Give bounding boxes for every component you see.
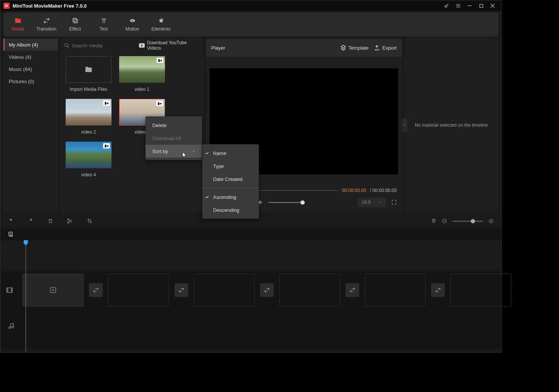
media-item[interactable]: ▮◂ video 2: [66, 99, 111, 135]
properties-panel: No material selected on the timeline: [404, 39, 498, 212]
ctx-sort-name[interactable]: Name: [202, 147, 259, 160]
timeline-drop-slot[interactable]: [450, 274, 511, 307]
transition-slot[interactable]: [346, 283, 359, 297]
tab-media[interactable]: Media: [3, 13, 32, 36]
minimize-button[interactable]: [464, 0, 475, 11]
current-time: 00:00:00.00: [342, 188, 366, 193]
ctx-download-all: Download All: [145, 132, 202, 145]
tab-motion[interactable]: Motion: [118, 13, 147, 36]
media-item[interactable]: ▮◂ video 1: [119, 56, 165, 92]
timeline-drop-slot[interactable]: [365, 274, 426, 307]
tab-label: Media: [11, 26, 24, 32]
media-caption: video 4: [81, 172, 96, 177]
media-caption: video 1: [135, 87, 150, 92]
transition-slot[interactable]: [89, 283, 103, 297]
tab-transition[interactable]: Transition: [32, 13, 61, 36]
key-icon[interactable]: [441, 0, 452, 11]
template-label: Template: [349, 45, 369, 51]
tab-label: Effect: [69, 26, 81, 32]
tab-effect[interactable]: Effect: [61, 13, 89, 36]
youtube-icon: [139, 43, 145, 48]
import-media-button[interactable]: Import Media Files: [66, 56, 111, 92]
fullscreen-button[interactable]: [391, 200, 397, 205]
export-label: Export: [382, 45, 397, 51]
template-icon: [340, 45, 346, 51]
audio-track[interactable]: [0, 309, 501, 343]
ctx-sort-type[interactable]: Type: [202, 160, 259, 173]
svg-point-11: [132, 20, 133, 21]
check-icon: [205, 195, 209, 199]
tab-label: Transition: [36, 26, 56, 32]
transition-slot[interactable]: [174, 283, 188, 297]
video-badge-icon: ▮◂: [103, 143, 110, 148]
svg-line-14: [68, 46, 69, 48]
search-icon: [64, 43, 69, 48]
transition-slot[interactable]: [431, 283, 445, 297]
ctx-sort-ascending[interactable]: Ascending: [202, 190, 259, 203]
import-label: Import Media Files: [70, 87, 108, 92]
crop-button[interactable]: [87, 218, 93, 224]
magnetic-button[interactable]: [431, 218, 436, 224]
check-icon: [205, 151, 209, 155]
total-time: / 00:00:00.00: [370, 188, 397, 193]
tab-elements[interactable]: Elements: [147, 13, 175, 36]
transition-slot[interactable]: [260, 283, 274, 297]
ctx-delete[interactable]: Delete: [145, 119, 202, 132]
timeline-ruler[interactable]: [0, 241, 501, 251]
expand-panel-button[interactable]: [402, 119, 407, 132]
svg-point-13: [65, 44, 68, 47]
svg-point-18: [68, 222, 69, 223]
zoom-out-button[interactable]: [442, 218, 447, 224]
hamburger-menu-icon[interactable]: [452, 0, 464, 11]
template-button[interactable]: Template: [340, 45, 369, 51]
search-input[interactable]: [72, 43, 136, 48]
video-track[interactable]: [0, 271, 501, 309]
video-badge-icon: ▮◂: [157, 58, 163, 63]
title-bar: M MiniTool MovieMaker Free 7.0.0: [0, 0, 501, 11]
svg-rect-9: [74, 19, 78, 23]
media-caption: video 2: [81, 129, 96, 135]
delete-button[interactable]: [48, 218, 53, 224]
ctx-sort-descending[interactable]: Descending: [202, 203, 259, 216]
ctx-sort-by[interactable]: Sort by: [145, 145, 202, 158]
ctx-sort-by-label: Sort by: [152, 148, 168, 154]
app-logo: M: [3, 3, 10, 9]
audio-track-icon: [6, 322, 17, 330]
svg-point-34: [12, 326, 14, 328]
chevron-right-icon: [192, 149, 195, 153]
tab-label: Motion: [125, 26, 139, 32]
window-title: MiniTool MovieMaker Free 7.0.0: [13, 3, 87, 9]
timeline-drop-slot[interactable]: [194, 274, 255, 307]
aspect-ratio-value: 16:9: [362, 200, 370, 205]
add-track-button[interactable]: [8, 231, 14, 237]
volume-slider[interactable]: [268, 202, 305, 203]
timeline-drop-slot[interactable]: [108, 274, 169, 307]
playhead[interactable]: [26, 241, 26, 352]
sidebar-item-videos[interactable]: Videos (4): [3, 51, 58, 63]
split-button[interactable]: [67, 218, 73, 224]
tab-label: Elements: [151, 26, 170, 32]
folder-icon: [84, 66, 93, 73]
media-item[interactable]: ▮◂ video 4: [66, 142, 111, 177]
redo-button[interactable]: [28, 218, 34, 224]
sidebar-item-pictures[interactable]: Pictures (0): [3, 75, 58, 87]
timeline-drop-slot[interactable]: [23, 274, 84, 307]
svg-rect-8: [73, 18, 76, 22]
undo-button[interactable]: [8, 218, 14, 224]
download-youtube-label: Download YouTube Videos: [147, 40, 200, 51]
svg-point-12: [162, 18, 163, 19]
zoom-slider[interactable]: [452, 221, 483, 222]
timeline-drop-slot[interactable]: [279, 274, 340, 307]
sidebar-item-music[interactable]: Music (64): [3, 63, 58, 75]
sidebar-item-my-album[interactable]: My Album (4): [3, 39, 58, 51]
close-button[interactable]: [487, 0, 498, 11]
maximize-button[interactable]: [475, 0, 487, 11]
video-track-icon: [6, 287, 13, 294]
tab-text[interactable]: Text: [89, 13, 118, 36]
zoom-in-button[interactable]: [488, 218, 494, 224]
download-youtube-button[interactable]: Download YouTube Videos: [139, 40, 200, 51]
svg-rect-5: [480, 4, 483, 7]
ctx-sort-date[interactable]: Date Created: [202, 173, 259, 186]
export-button[interactable]: Export: [374, 45, 397, 51]
aspect-ratio-select[interactable]: 16:9: [358, 198, 386, 207]
